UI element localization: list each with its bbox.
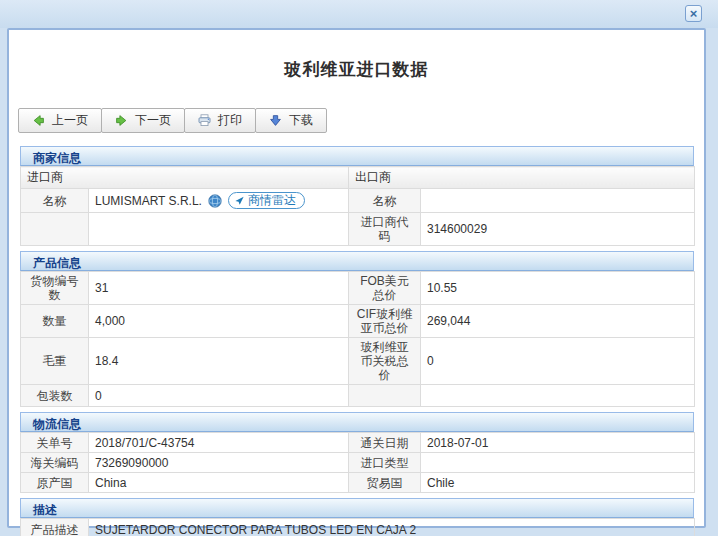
- tariff-total-label: 玻利维亚币关税总价: [349, 338, 421, 385]
- product-section-header: 产品信息: [20, 251, 694, 271]
- section-logistics-info: 物流信息 关单号 2018/701/C-43754 通关日期 2018-07-0…: [20, 412, 694, 493]
- page-title: 玻利维亚进口数据: [9, 58, 704, 81]
- radar-badge[interactable]: 商情雷达: [228, 192, 305, 209]
- table-row: 进口商 出口商: [21, 167, 695, 189]
- window-titlebar: [0, 0, 718, 28]
- next-page-label: 下一页: [135, 112, 171, 129]
- import-type-label: 进口类型: [349, 453, 421, 473]
- clearance-date-label: 通关日期: [349, 433, 421, 453]
- logistics-section-header: 物流信息: [20, 412, 694, 432]
- gross-weight-label: 毛重: [21, 338, 89, 385]
- gross-weight-value: 18.4: [89, 338, 349, 385]
- description-section-header: 描述: [20, 498, 694, 518]
- merchant-section-header: 商家信息: [20, 146, 694, 166]
- table-row: 名称 LUMISMART S.R.L.: [21, 189, 695, 213]
- print-label: 打印: [218, 112, 242, 129]
- import-type-value: [421, 453, 695, 473]
- radar-pointer-icon: [234, 195, 245, 206]
- table-row: 产品描述 SUJETARDOR CONECTOR PARA TUBOS LED …: [21, 519, 695, 536]
- importer-group-header: 进口商: [21, 167, 349, 189]
- exporter-name-value: [421, 189, 695, 213]
- table-row: 进口商代码 314600029: [21, 213, 695, 246]
- customs-no-label: 关单号: [21, 433, 89, 453]
- quantity-label: 数量: [21, 305, 89, 338]
- fob-usd-value: 10.55: [421, 272, 695, 305]
- description-table: 产品描述 SUJETARDOR CONECTOR PARA TUBOS LED …: [20, 518, 695, 536]
- exporter-name-label: 名称: [349, 189, 421, 213]
- toolbar: 上一页 下一页 打印 下载: [18, 108, 704, 133]
- importer-name-cell: LUMISMART S.R.L. 商情: [89, 189, 349, 213]
- exporter-group-header: 出口商: [349, 167, 695, 189]
- origin-country-value: China: [89, 473, 349, 493]
- origin-country-label: 原产国: [21, 473, 89, 493]
- arrow-right-icon: [115, 114, 128, 127]
- package-count-value: 0: [89, 385, 349, 407]
- product-description-value: SUJETARDOR CONECTOR PARA TUBOS LED EN CA…: [89, 519, 695, 536]
- empty-value-cell: [89, 213, 349, 246]
- cif-total-label: CIF玻利维亚币总价: [349, 305, 421, 338]
- empty-value-cell: [421, 385, 695, 407]
- product-description-label: 产品描述: [21, 519, 89, 536]
- section-merchant-info: 商家信息 进口商 出口商 名称 LUMISMART S.R.L.: [20, 146, 694, 246]
- print-button[interactable]: 打印: [184, 108, 256, 133]
- arrow-left-icon: [32, 114, 45, 127]
- table-row: 货物编号数 31 FOB美元总价 10.55: [21, 272, 695, 305]
- radar-badge-label: 商情雷达: [248, 192, 296, 209]
- close-icon[interactable]: ×: [685, 5, 702, 22]
- empty-label-cell: [21, 213, 89, 246]
- importer-name-label: 名称: [21, 189, 89, 213]
- prev-page-button[interactable]: 上一页: [18, 108, 102, 133]
- dialog-panel: 玻利维亚进口数据 上一页 下一页 打印: [7, 28, 706, 528]
- merchant-table: 进口商 出口商 名称 LUMISMART S.R.L.: [20, 166, 695, 246]
- table-row: 数量 4,000 CIF玻利维亚币总价 269,044: [21, 305, 695, 338]
- table-row: 毛重 18.4 玻利维亚币关税总价 0: [21, 338, 695, 385]
- customs-no-value: 2018/701/C-43754: [89, 433, 349, 453]
- prev-page-label: 上一页: [52, 112, 88, 129]
- quantity-value: 4,000: [89, 305, 349, 338]
- import-record-window: { "window": { "title": "玻利维亚进口数据", "clos…: [0, 0, 718, 536]
- trade-country-value: Chile: [421, 473, 695, 493]
- clearance-date-value: 2018-07-01: [421, 433, 695, 453]
- table-row: 海关编码 73269090000 进口类型: [21, 453, 695, 473]
- download-label: 下载: [289, 112, 313, 129]
- cif-total-value: 269,044: [421, 305, 695, 338]
- importer-name-value: LUMISMART S.R.L.: [95, 194, 202, 208]
- product-table: 货物编号数 31 FOB美元总价 10.55 数量 4,000 CIF玻利维亚币…: [20, 271, 695, 407]
- fob-usd-label: FOB美元总价: [349, 272, 421, 305]
- section-description: 描述 产品描述 SUJETARDOR CONECTOR PARA TUBOS L…: [20, 498, 694, 536]
- logistics-table: 关单号 2018/701/C-43754 通关日期 2018-07-01 海关编…: [20, 432, 695, 493]
- table-row: 包装数 0: [21, 385, 695, 407]
- goods-count-label: 货物编号数: [21, 272, 89, 305]
- trade-country-label: 贸易国: [349, 473, 421, 493]
- hs-code-value: 73269090000: [89, 453, 349, 473]
- globe-icon[interactable]: [208, 194, 222, 208]
- package-count-label: 包装数: [21, 385, 89, 407]
- download-button[interactable]: 下载: [255, 108, 327, 133]
- printer-icon: [198, 114, 211, 127]
- table-row: 原产国 China 贸易国 Chile: [21, 473, 695, 493]
- section-product-info: 产品信息 货物编号数 31 FOB美元总价 10.55 数量 4,000 CIF…: [20, 251, 694, 407]
- table-row: 关单号 2018/701/C-43754 通关日期 2018-07-01: [21, 433, 695, 453]
- goods-count-value: 31: [89, 272, 349, 305]
- importer-code-value: 314600029: [421, 213, 695, 246]
- empty-label-cell: [349, 385, 421, 407]
- arrow-down-icon: [269, 114, 282, 127]
- tariff-total-value: 0: [421, 338, 695, 385]
- hs-code-label: 海关编码: [21, 453, 89, 473]
- importer-code-label: 进口商代码: [349, 213, 421, 246]
- next-page-button[interactable]: 下一页: [101, 108, 185, 133]
